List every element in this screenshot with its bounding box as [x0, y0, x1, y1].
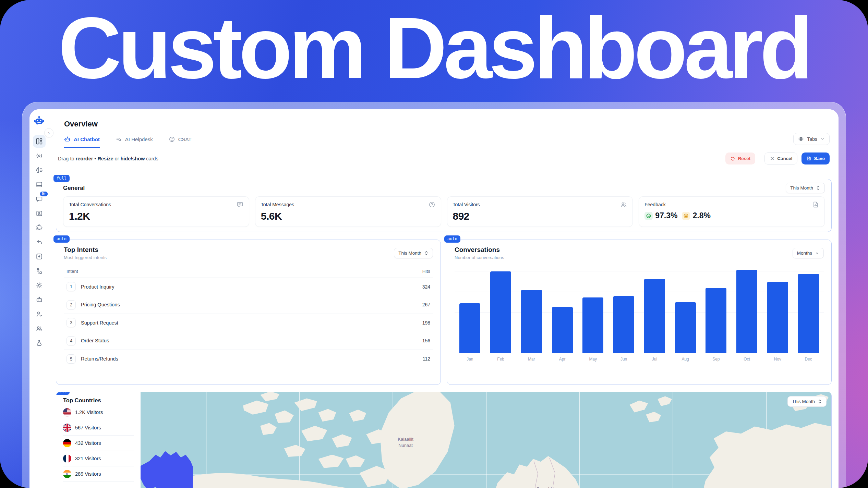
sidebar: › 9+	[29, 109, 49, 488]
card-size-badge[interactable]: full	[53, 175, 70, 182]
app-logo-bot-icon	[33, 115, 45, 127]
frown-icon	[682, 212, 690, 220]
promo-canvas: Custom Dashboard ›	[0, 0, 868, 488]
toolbar-actions: Reset Cancel Save	[725, 152, 830, 164]
tabs-visibility-button[interactable]: Tabs	[793, 133, 830, 145]
country-row-germany: 432 Visitors	[63, 436, 134, 451]
smiley-icon	[169, 136, 175, 143]
close-icon	[770, 156, 775, 161]
tab-ai-chatbot[interactable]: AI Chatbot	[64, 136, 100, 148]
top-countries-card[interactable]: full Top Countries 1.2K Visitors 567 Vis…	[56, 392, 832, 488]
bar-apr	[552, 307, 573, 353]
card-size-badge[interactable]: auto	[53, 235, 70, 243]
rank-badge: 2	[67, 300, 76, 309]
country-row-uk: 567 Visitors	[63, 420, 134, 436]
intent-row: 2Pricing Questions 267	[64, 296, 433, 314]
reset-button[interactable]: Reset	[725, 152, 755, 164]
eye-icon	[798, 136, 804, 142]
help-icon	[429, 201, 435, 208]
us-flag	[63, 408, 71, 416]
intent-row: 5Returns/Refunds 112	[64, 350, 433, 368]
germany-flag	[63, 439, 71, 447]
top-intents-card[interactable]: auto Top Intents Most triggered intents …	[56, 240, 441, 385]
bar-mar	[521, 290, 542, 353]
sidebar-item-replies[interactable]	[33, 236, 46, 248]
country-row-france: 321 Visitors	[63, 451, 134, 466]
general-period-dropdown[interactable]: This Month	[786, 183, 825, 193]
bar-jun	[613, 296, 634, 353]
sidebar-collapse-button[interactable]: ›	[44, 128, 53, 137]
bar-dec	[798, 274, 819, 353]
sidebar-item-ai-assist[interactable]	[33, 164, 46, 176]
chart-bars	[455, 268, 824, 353]
sidebar-item-agents[interactable]	[33, 308, 46, 320]
reset-icon	[730, 156, 735, 161]
uk-flag	[63, 424, 71, 432]
chats-unread-badge: 9+	[39, 191, 48, 197]
bot-icon	[64, 136, 71, 143]
cancel-button[interactable]: Cancel	[764, 152, 797, 164]
sidebar-item-labs[interactable]	[33, 337, 46, 349]
sidebar-item-chats[interactable]: 9+	[33, 193, 46, 205]
updown-caret-icon	[424, 251, 429, 256]
sidebar-item-knowledge-base[interactable]	[33, 178, 46, 191]
tab-label: AI Chatbot	[74, 136, 100, 142]
visitors-icon	[620, 201, 627, 208]
map-label-greenland: Kalaallit	[398, 437, 413, 442]
report-icon	[812, 201, 819, 208]
sidebar-item-settings[interactable]	[33, 279, 46, 292]
countries-period-dropdown[interactable]: This Month	[787, 396, 827, 407]
conversations-period-dropdown[interactable]: Months	[793, 248, 824, 258]
map-label-finland: Suomi /	[537, 486, 552, 488]
message-icon	[237, 201, 243, 208]
bar-jan	[459, 303, 480, 353]
chevron-down-icon	[815, 251, 819, 255]
sidebar-item-teams[interactable]	[33, 322, 46, 335]
top-countries-title: Top Countries	[63, 397, 134, 404]
stat-total-messages: Total Messages 5.6K	[255, 196, 441, 227]
intents-table: Intent Hits 1Product Inquiry 324 2Pricin…	[64, 265, 433, 368]
tab-ai-helpdesk[interactable]: AI Helpdesk	[116, 136, 153, 148]
sidebar-item-broadcast[interactable]	[33, 149, 46, 162]
sidebar-item-chatbot[interactable]	[33, 293, 46, 306]
sidebar-item-connectors[interactable]	[33, 265, 46, 277]
intent-row: 3Support Request 198	[64, 314, 433, 332]
bar-nov	[767, 282, 788, 353]
conversations-bar-chart: JanFebMarAprMayJunJulAugSepOctNovDec	[455, 268, 824, 362]
france-flag	[63, 454, 71, 463]
app-window: › 9+	[29, 109, 839, 488]
tabs-button-label: Tabs	[807, 136, 817, 142]
bar-sep	[706, 288, 726, 353]
sidebar-item-integrations[interactable]	[33, 221, 46, 234]
stat-feedback: Feedback 97.3%	[639, 196, 825, 227]
card-size-badge[interactable]: auto	[444, 235, 460, 243]
tab-csat[interactable]: CSAT	[169, 136, 192, 148]
top-intents-period-dropdown[interactable]: This Month	[394, 248, 433, 258]
conversations-card[interactable]: auto Conversations Number of conversatio…	[447, 240, 832, 385]
app-window-frame: › 9+	[22, 102, 846, 488]
stats-row: Total Conversations 1.2K Total Messages …	[63, 196, 825, 227]
save-button[interactable]: Save	[801, 152, 830, 164]
helpdesk-icon	[116, 136, 122, 143]
card-size-badge[interactable]: full	[56, 392, 70, 395]
general-card[interactable]: full General This Month Total Conversati…	[56, 179, 832, 232]
tab-label: AI Helpdesk	[125, 136, 153, 142]
updown-caret-icon	[818, 399, 822, 404]
feedback-positive: 97.3%	[644, 211, 677, 220]
main-area: Overview AI Chatbot AI Helpdesk	[49, 109, 839, 488]
top-intents-subtitle: Most triggered intents	[64, 255, 107, 260]
bar-feb	[490, 271, 511, 353]
chevron-down-icon	[820, 137, 825, 141]
smile-icon	[644, 212, 653, 220]
sidebar-item-contacts[interactable]	[33, 207, 46, 220]
rank-badge: 3	[67, 318, 76, 327]
sidebar-item-dashboard[interactable]	[33, 135, 46, 148]
sidebar-item-functions[interactable]	[33, 250, 46, 263]
countries-list: Top Countries 1.2K Visitors 567 Visitors	[56, 392, 141, 488]
general-card-title: General	[63, 185, 85, 192]
toolbar-divider	[760, 155, 760, 163]
page-title: Overview	[49, 109, 839, 129]
tabs: AI Chatbot AI Helpdesk CSAT	[64, 136, 192, 148]
country-row-india: 289 Visitors	[63, 466, 134, 482]
tabs-row: AI Chatbot AI Helpdesk CSAT Ta	[49, 133, 839, 148]
